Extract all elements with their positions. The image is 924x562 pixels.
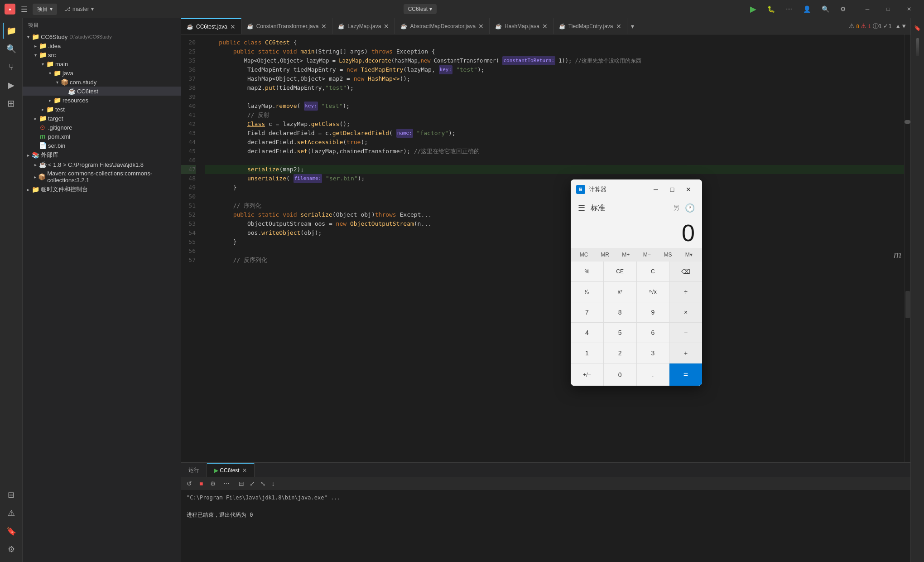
sidebar-item-run[interactable]: ▶ (3, 77, 19, 93)
calc-7-button[interactable]: 7 (571, 302, 603, 322)
search-button[interactable]: 🔍 (818, 4, 833, 15)
calc-2-button[interactable]: 2 (604, 343, 636, 363)
tab-constanttransformer[interactable]: ☕ ConstantTransformer.java ✕ (241, 18, 333, 34)
bottom-tab-cc6test[interactable]: ▶ CC6test ✕ (207, 463, 255, 477)
calc-reciprocal-button[interactable]: ¹⁄ₓ (571, 282, 603, 302)
run-button[interactable]: ▶ (746, 2, 760, 16)
profile-button[interactable]: 👤 (799, 4, 814, 15)
terminal-expand-button[interactable]: ⤢ (248, 479, 257, 488)
terminal-split-button[interactable]: ⊟ (237, 479, 246, 488)
sidebar-item-plugins[interactable]: ⊞ (3, 95, 19, 111)
sidebar-item-search[interactable]: 🔍 (3, 41, 19, 57)
code-editor[interactable]: 20 25 35 36 37 38 39 40 41 42 43 44 45 4… (181, 34, 910, 462)
calc-3-button[interactable]: 3 (637, 343, 669, 363)
scrollbar-thumb[interactable] (905, 120, 910, 124)
close-tab-icon[interactable]: ✕ (321, 23, 327, 29)
calc-maximize-button[interactable]: □ (664, 183, 680, 196)
right-bar-bookmark-icon[interactable]: 🔖 (912, 23, 923, 34)
sidebar-item-bookmarks[interactable]: 🔖 (3, 523, 19, 539)
calc-backspace-button[interactable]: ⌫ (669, 262, 702, 281)
hamburger-menu[interactable]: ☰ (19, 3, 29, 15)
calc-square-button[interactable]: x² (604, 282, 636, 302)
close-button[interactable]: ✕ (899, 2, 919, 16)
close-tab-icon[interactable]: ✕ (242, 467, 247, 474)
sidebar-item-terminal[interactable]: ⊟ (3, 487, 19, 503)
calc-decimal-button[interactable]: . (637, 363, 669, 386)
calc-equals-button[interactable]: = (669, 363, 702, 386)
calc-multiply-button[interactable]: × (669, 302, 702, 322)
calc-mc-button[interactable]: MC (574, 250, 593, 260)
tree-item-idea[interactable]: ▸ 📁 .idea (23, 41, 181, 50)
code-content[interactable]: public class CC6test { public static voi… (199, 34, 910, 462)
calc-ce-button[interactable]: CE (604, 262, 636, 281)
tab-cc6test[interactable]: ☕ CC6test.java ✕ (181, 18, 241, 34)
tree-item-root[interactable]: ▾ 📁 CC6Study D:\study\CC6Study (23, 32, 181, 41)
stop-button[interactable]: ■ (197, 479, 205, 488)
tree-item-target[interactable]: ▸ 📁 target (23, 114, 181, 123)
tree-item-resources[interactable]: ▸ 📁 resources (23, 96, 181, 105)
sidebar-item-explorer[interactable]: 📁 (3, 23, 19, 39)
tab-overflow-button[interactable]: ▾ (627, 23, 638, 30)
tree-item-gitignore[interactable]: ⊙ .gitignore (23, 123, 181, 132)
close-tab-icon[interactable]: ✕ (478, 23, 484, 29)
debug-button[interactable]: 🐛 (764, 4, 779, 15)
calc-mr-button[interactable]: MR (595, 250, 614, 260)
sidebar-item-problems[interactable]: ⚠ (3, 505, 19, 521)
tree-item-jdk[interactable]: ▸ ☕ < 1.8 > C:\Program Files\Java\jdk1.8 (23, 160, 181, 169)
tab-settings-button[interactable]: ⚠ 8 ⚠ 1 ⓘ1 ✓1 ▲▼ (845, 22, 910, 30)
tree-item-temp[interactable]: ▸ 📁 临时文件和控制台 (23, 184, 181, 194)
calc-subtract-button[interactable]: − (669, 323, 702, 343)
calc-negate-button[interactable]: +/− (571, 363, 603, 386)
terminal-more-button[interactable]: ⋯ (221, 479, 231, 488)
terminal-settings-button[interactable]: ⚙ (208, 479, 218, 488)
rerun-button[interactable]: ↺ (185, 479, 194, 488)
tree-item-serbin[interactable]: 📄 ser.bin (23, 141, 181, 150)
more-actions-button[interactable]: ⋯ (782, 4, 796, 15)
tab-abstractmapdecorator[interactable]: ☕ AbstractMapDecorator.java ✕ (395, 18, 490, 34)
calc-hamburger-icon[interactable]: ☰ (578, 203, 585, 213)
calc-8-button[interactable]: 8 (604, 302, 636, 322)
calc-5-button[interactable]: 5 (604, 323, 636, 343)
close-tab-icon[interactable]: ✕ (230, 24, 236, 30)
calc-minimize-button[interactable]: ─ (648, 183, 664, 196)
terminal-content[interactable]: "C:\Program Files\Java\jdk1.8\bin\java.e… (181, 490, 910, 562)
calc-1-button[interactable]: 1 (571, 343, 603, 363)
calc-0-button[interactable]: 0 (604, 363, 636, 386)
terminal-collapse-button[interactable]: ⤡ (259, 479, 268, 488)
tree-item-main[interactable]: ▾ 📁 main (23, 59, 181, 68)
tree-item-src[interactable]: ▾ 📁 src (23, 50, 181, 59)
calc-close-button[interactable]: ✕ (680, 183, 697, 196)
sidebar-item-settings[interactable]: ⚙ (3, 541, 19, 557)
tree-item-maven[interactable]: ▸ 📦 Maven: commons-collections:commons-c… (23, 169, 181, 184)
tree-item-pom[interactable]: m pom.xml (23, 132, 181, 141)
calc-divide-button[interactable]: ÷ (669, 282, 702, 302)
settings-button[interactable]: ⚙ (837, 4, 850, 15)
calc-mplus-button[interactable]: M+ (616, 250, 635, 260)
close-tab-icon[interactable]: ✕ (384, 23, 389, 29)
minimize-button[interactable]: ─ (857, 2, 878, 16)
calc-4-button[interactable]: 4 (571, 323, 603, 343)
tab-lazymap[interactable]: ☕ LazyMap.java ✕ (332, 18, 395, 34)
calc-mstore-button[interactable]: M▾ (679, 250, 698, 260)
calc-history-icon[interactable]: 🕐 (685, 203, 695, 213)
tree-item-external-libs[interactable]: ▸ 📚 外部库 (23, 150, 181, 160)
calc-clear-button[interactable]: C (637, 262, 669, 281)
tree-item-cc6test[interactable]: ☕ CC6test (23, 87, 181, 96)
calc-ms-button[interactable]: MS (658, 250, 677, 260)
run-config-selector[interactable]: CC6test ▾ (404, 4, 437, 14)
close-tab-icon[interactable]: ✕ (616, 23, 621, 29)
tab-tiedmapentry[interactable]: ☕ TiedMapEntry.java ✕ (553, 18, 627, 34)
terminal-scroll-button[interactable]: ↓ (270, 479, 276, 488)
tab-hashmap[interactable]: ☕ HashMap.java ✕ (490, 18, 553, 34)
tree-item-com-study[interactable]: ▾ 📦 com.study (23, 78, 181, 87)
project-selector[interactable]: 项目 ▾ (33, 4, 57, 15)
calc-sqrt-button[interactable]: ²√x (637, 282, 669, 302)
maximize-button[interactable]: □ (878, 2, 899, 16)
branch-selector[interactable]: ⎇ master ▾ (64, 6, 94, 12)
scrollbar-track[interactable] (904, 34, 910, 462)
calc-9-button[interactable]: 9 (637, 302, 669, 322)
calc-percent-button[interactable]: % (571, 262, 603, 281)
sidebar-item-git[interactable]: ⑂ (3, 59, 19, 75)
close-tab-icon[interactable]: ✕ (542, 23, 548, 29)
calc-mminus-button[interactable]: M− (637, 250, 656, 260)
